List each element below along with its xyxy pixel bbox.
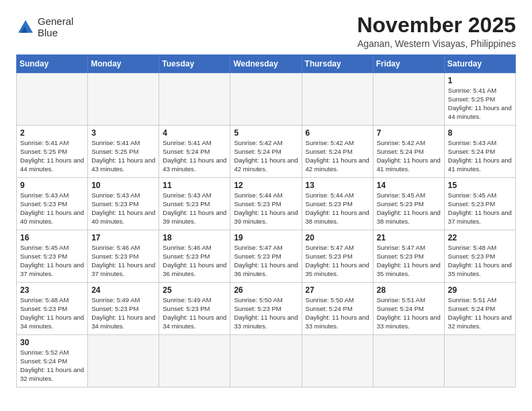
- calendar-cell: 20Sunrise: 5:47 AM Sunset: 5:23 PM Dayli…: [302, 230, 373, 283]
- calendar-cell: 25Sunrise: 5:49 AM Sunset: 5:23 PM Dayli…: [159, 283, 230, 335]
- day-number: 7: [377, 128, 441, 138]
- calendar-cell: 4Sunrise: 5:41 AM Sunset: 5:24 PM Daylig…: [159, 126, 230, 178]
- calendar-cell: 22Sunrise: 5:48 AM Sunset: 5:23 PM Dayli…: [444, 230, 515, 283]
- day-detail: Sunrise: 5:43 AM Sunset: 5:24 PM Dayligh…: [448, 139, 512, 173]
- calendar-cell: 19Sunrise: 5:47 AM Sunset: 5:23 PM Dayli…: [230, 230, 302, 283]
- day-detail: Sunrise: 5:46 AM Sunset: 5:23 PM Dayligh…: [163, 244, 226, 278]
- calendar-cell: 6Sunrise: 5:42 AM Sunset: 5:24 PM Daylig…: [302, 126, 373, 178]
- calendar-cell: [88, 73, 159, 126]
- calendar-cell: 7Sunrise: 5:42 AM Sunset: 5:24 PM Daylig…: [373, 126, 444, 178]
- day-detail: Sunrise: 5:44 AM Sunset: 5:23 PM Dayligh…: [306, 191, 369, 226]
- calendar-cell: 14Sunrise: 5:45 AM Sunset: 5:23 PM Dayli…: [373, 178, 444, 230]
- calendar-table: SundayMondayTuesdayWednesdayThursdayFrid…: [16, 54, 516, 387]
- day-detail: Sunrise: 5:51 AM Sunset: 5:24 PM Dayligh…: [377, 296, 441, 330]
- day-detail: Sunrise: 5:42 AM Sunset: 5:24 PM Dayligh…: [306, 139, 369, 173]
- logo-text: General Blue: [38, 16, 73, 38]
- weekday-header-friday: Friday: [373, 55, 444, 73]
- day-detail: Sunrise: 5:41 AM Sunset: 5:25 PM Dayligh…: [20, 139, 84, 173]
- day-detail: Sunrise: 5:45 AM Sunset: 5:23 PM Dayligh…: [20, 244, 84, 278]
- calendar-cell: [302, 73, 373, 126]
- calendar-cell: 11Sunrise: 5:43 AM Sunset: 5:23 PM Dayli…: [159, 178, 230, 230]
- location-title: Aganan, Western Visayas, Philippines: [357, 38, 516, 49]
- calendar-cell: 28Sunrise: 5:51 AM Sunset: 5:24 PM Dayli…: [373, 283, 444, 335]
- day-number: 10: [91, 181, 155, 190]
- calendar-cell: [444, 335, 515, 387]
- day-number: 12: [234, 181, 298, 190]
- calendar-cell: 30Sunrise: 5:52 AM Sunset: 5:24 PM Dayli…: [17, 335, 88, 387]
- calendar-cell: 1Sunrise: 5:41 AM Sunset: 5:25 PM Daylig…: [444, 73, 515, 126]
- calendar-cell: 21Sunrise: 5:47 AM Sunset: 5:23 PM Dayli…: [373, 230, 444, 283]
- day-number: 26: [234, 285, 298, 295]
- weekday-header-monday: Monday: [88, 55, 159, 73]
- day-detail: Sunrise: 5:50 AM Sunset: 5:24 PM Dayligh…: [306, 296, 369, 330]
- day-number: 16: [20, 233, 84, 242]
- logo-icon: [16, 18, 35, 37]
- day-detail: Sunrise: 5:45 AM Sunset: 5:23 PM Dayligh…: [377, 191, 441, 226]
- calendar-cell: 23Sunrise: 5:48 AM Sunset: 5:23 PM Dayli…: [17, 283, 88, 335]
- day-number: 25: [163, 285, 226, 295]
- weekday-header-row: SundayMondayTuesdayWednesdayThursdayFrid…: [17, 55, 516, 73]
- day-detail: Sunrise: 5:47 AM Sunset: 5:23 PM Dayligh…: [377, 244, 441, 278]
- week-row-6: 30Sunrise: 5:52 AM Sunset: 5:24 PM Dayli…: [17, 335, 516, 387]
- day-number: 24: [91, 285, 155, 295]
- day-number: 19: [234, 233, 298, 242]
- weekday-header-thursday: Thursday: [302, 55, 373, 73]
- calendar-cell: 10Sunrise: 5:43 AM Sunset: 5:23 PM Dayli…: [88, 178, 159, 230]
- day-number: 9: [20, 181, 84, 190]
- day-detail: Sunrise: 5:50 AM Sunset: 5:23 PM Dayligh…: [234, 296, 298, 330]
- day-number: 18: [163, 233, 226, 242]
- day-number: 22: [448, 233, 512, 242]
- day-detail: Sunrise: 5:47 AM Sunset: 5:23 PM Dayligh…: [306, 244, 369, 278]
- calendar-cell: 13Sunrise: 5:44 AM Sunset: 5:23 PM Dayli…: [302, 178, 373, 230]
- calendar-cell: 16Sunrise: 5:45 AM Sunset: 5:23 PM Dayli…: [17, 230, 88, 283]
- calendar-cell: [159, 335, 230, 387]
- month-title: November 2025: [357, 13, 516, 37]
- day-number: 20: [306, 233, 369, 242]
- day-detail: Sunrise: 5:41 AM Sunset: 5:25 PM Dayligh…: [91, 139, 155, 173]
- day-detail: Sunrise: 5:44 AM Sunset: 5:23 PM Dayligh…: [234, 191, 298, 226]
- day-detail: Sunrise: 5:41 AM Sunset: 5:25 PM Dayligh…: [448, 87, 512, 121]
- day-number: 3: [91, 128, 155, 138]
- header: General Blue November 2025 Aganan, Weste…: [16, 13, 516, 49]
- weekday-header-sunday: Sunday: [17, 55, 88, 73]
- calendar-cell: [230, 335, 302, 387]
- day-number: 14: [377, 181, 441, 190]
- day-number: 11: [163, 181, 226, 190]
- calendar-cell: [302, 335, 373, 387]
- day-detail: Sunrise: 5:48 AM Sunset: 5:23 PM Dayligh…: [448, 244, 512, 278]
- calendar-cell: 15Sunrise: 5:45 AM Sunset: 5:23 PM Dayli…: [444, 178, 515, 230]
- calendar-cell: [159, 73, 230, 126]
- day-detail: Sunrise: 5:42 AM Sunset: 5:24 PM Dayligh…: [377, 139, 441, 173]
- day-number: 2: [20, 128, 84, 138]
- day-number: 8: [448, 128, 512, 138]
- day-number: 28: [377, 285, 441, 295]
- calendar-cell: [88, 335, 159, 387]
- day-detail: Sunrise: 5:43 AM Sunset: 5:23 PM Dayligh…: [91, 191, 155, 226]
- logo: General Blue: [16, 16, 73, 38]
- weekday-header-saturday: Saturday: [444, 55, 515, 73]
- weekday-header-wednesday: Wednesday: [230, 55, 302, 73]
- day-detail: Sunrise: 5:52 AM Sunset: 5:24 PM Dayligh…: [20, 349, 84, 383]
- week-row-2: 2Sunrise: 5:41 AM Sunset: 5:25 PM Daylig…: [17, 126, 516, 178]
- calendar-cell: 29Sunrise: 5:51 AM Sunset: 5:24 PM Dayli…: [444, 283, 515, 335]
- calendar-cell: 27Sunrise: 5:50 AM Sunset: 5:24 PM Dayli…: [302, 283, 373, 335]
- calendar-cell: 18Sunrise: 5:46 AM Sunset: 5:23 PM Dayli…: [159, 230, 230, 283]
- day-number: 6: [306, 128, 369, 138]
- day-number: 5: [234, 128, 298, 138]
- day-number: 13: [306, 181, 369, 190]
- calendar-cell: 26Sunrise: 5:50 AM Sunset: 5:23 PM Dayli…: [230, 283, 302, 335]
- day-number: 29: [448, 285, 512, 295]
- weekday-header-tuesday: Tuesday: [159, 55, 230, 73]
- calendar-cell: [373, 73, 444, 126]
- week-row-5: 23Sunrise: 5:48 AM Sunset: 5:23 PM Dayli…: [17, 283, 516, 335]
- title-block: November 2025 Aganan, Western Visayas, P…: [357, 13, 516, 49]
- day-number: 21: [377, 233, 441, 242]
- day-detail: Sunrise: 5:43 AM Sunset: 5:23 PM Dayligh…: [163, 191, 226, 226]
- day-detail: Sunrise: 5:42 AM Sunset: 5:24 PM Dayligh…: [234, 139, 298, 173]
- day-number: 30: [20, 338, 84, 347]
- calendar-cell: 9Sunrise: 5:43 AM Sunset: 5:23 PM Daylig…: [17, 178, 88, 230]
- day-detail: Sunrise: 5:51 AM Sunset: 5:24 PM Dayligh…: [448, 296, 512, 330]
- day-number: 23: [20, 285, 84, 295]
- calendar-cell: 8Sunrise: 5:43 AM Sunset: 5:24 PM Daylig…: [444, 126, 515, 178]
- day-detail: Sunrise: 5:45 AM Sunset: 5:23 PM Dayligh…: [448, 191, 512, 226]
